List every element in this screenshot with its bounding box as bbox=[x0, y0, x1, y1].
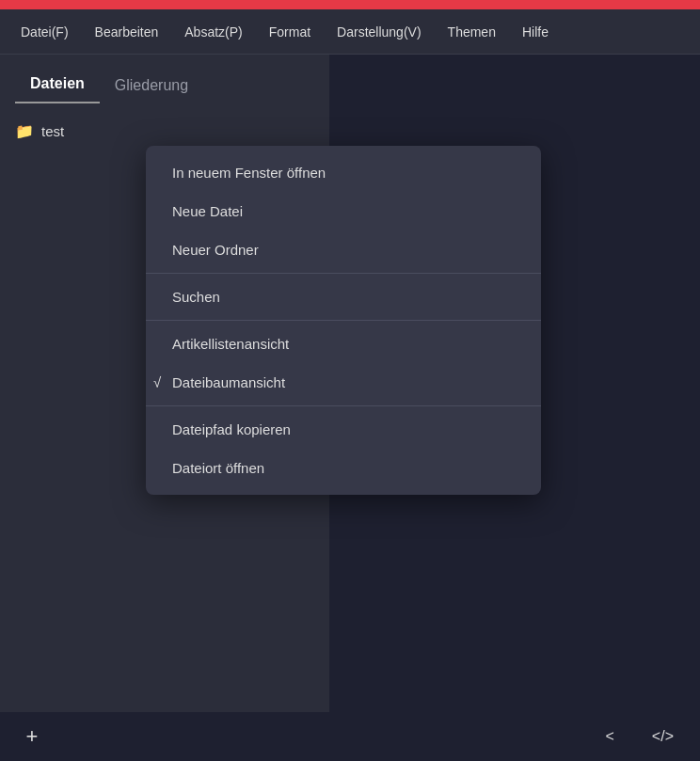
separator-2 bbox=[146, 320, 541, 321]
separator-1 bbox=[146, 273, 541, 274]
ctx-tree-view[interactable]: √ Dateibaumansicht bbox=[146, 363, 541, 402]
menu-absatz[interactable]: Absatz(P) bbox=[171, 17, 255, 47]
separator-3 bbox=[146, 405, 541, 406]
nav-back-button[interactable]: < bbox=[595, 722, 626, 751]
ctx-tree-view-label: Dateibaumansicht bbox=[172, 374, 285, 390]
title-bar bbox=[0, 0, 700, 9]
menu-file[interactable]: Datei(F) bbox=[8, 17, 82, 47]
menu-hilfe[interactable]: Hilfe bbox=[509, 17, 562, 47]
ctx-new-file[interactable]: Neue Datei bbox=[146, 192, 541, 230]
context-menu: In neuem Fenster öffnen Neue Datei Neuer… bbox=[146, 146, 541, 495]
menu-darstellung[interactable]: Darstellung(V) bbox=[324, 17, 434, 47]
menu-format[interactable]: Format bbox=[256, 17, 324, 47]
folder-name: test bbox=[41, 123, 64, 139]
bottom-bar: + < </> bbox=[0, 712, 700, 761]
folder-item-test[interactable]: 📁 test bbox=[15, 119, 314, 144]
add-button[interactable]: + bbox=[15, 720, 49, 753]
ctx-copy-path[interactable]: Dateipfad kopieren bbox=[146, 410, 541, 449]
checkmark-icon: √ bbox=[153, 374, 161, 390]
tab-dateien[interactable]: Dateien bbox=[15, 66, 100, 103]
ctx-article-view[interactable]: Artikellistenansicht bbox=[146, 325, 541, 363]
ctx-new-folder[interactable]: Neuer Ordner bbox=[146, 230, 541, 269]
nav-code-button[interactable]: </> bbox=[641, 722, 685, 751]
sidebar-tabs: Dateien Gliederung bbox=[0, 55, 329, 103]
folder-icon: 📁 bbox=[15, 122, 34, 140]
bottom-right-nav: < </> bbox=[595, 722, 685, 751]
tab-gliederung[interactable]: Gliederung bbox=[100, 68, 203, 103]
ctx-search[interactable]: Suchen bbox=[146, 277, 541, 316]
menu-bar: Datei(F) Bearbeiten Absatz(P) Format Dar… bbox=[0, 9, 700, 55]
ctx-open-location[interactable]: Dateiort öffnen bbox=[146, 449, 541, 487]
ctx-open-window[interactable]: In neuem Fenster öffnen bbox=[146, 153, 541, 192]
menu-edit[interactable]: Bearbeiten bbox=[82, 17, 172, 47]
menu-themen[interactable]: Themen bbox=[435, 17, 509, 47]
